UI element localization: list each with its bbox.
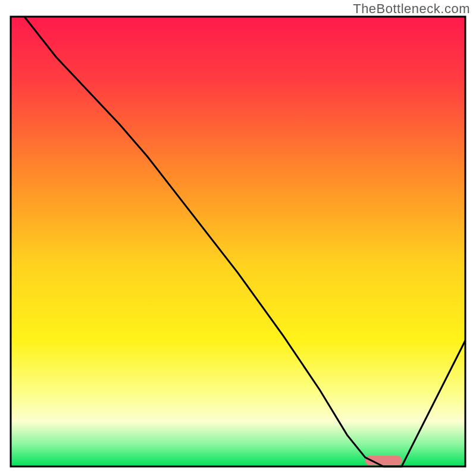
bottleneck-chart — [0, 0, 476, 476]
watermark-text: TheBottleneck.com — [353, 1, 470, 17]
chart-container: TheBottleneck.com — [0, 0, 476, 476]
plot-background — [11, 17, 465, 466]
